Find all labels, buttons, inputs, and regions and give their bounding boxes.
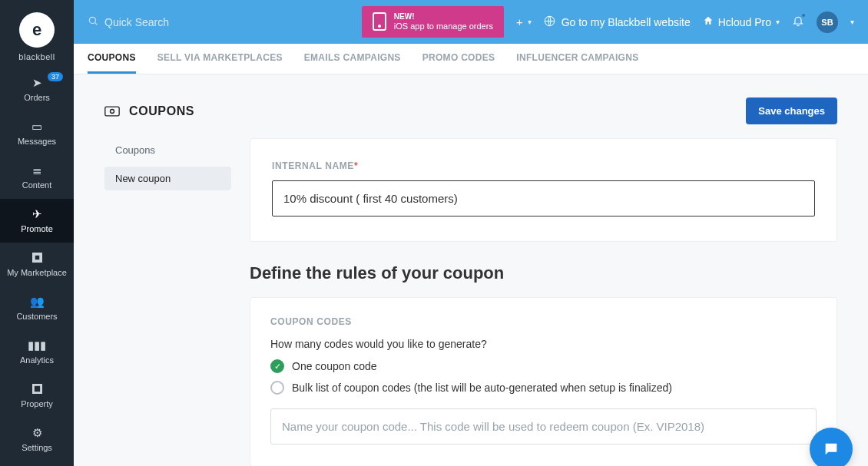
phone-icon bbox=[373, 12, 386, 31]
coupon-code-input[interactable] bbox=[270, 408, 817, 445]
coupon-icon bbox=[104, 106, 120, 117]
briefcase-icon: 🞑 bbox=[3, 252, 71, 263]
chevron-down-icon[interactable]: ▾ bbox=[850, 18, 854, 26]
required-asterisk: * bbox=[354, 160, 358, 171]
sidebar-item-label: My Marketplace bbox=[3, 268, 71, 277]
sidebar-item-property[interactable]: 🞐 Property bbox=[0, 374, 74, 418]
option-label: Bulk list of coupon codes (the list will… bbox=[292, 382, 672, 394]
subnav-new-coupon[interactable]: New coupon bbox=[104, 167, 231, 190]
tab-label: PROMO CODES bbox=[422, 52, 495, 63]
chart-icon: ▮▮▮ bbox=[3, 339, 71, 351]
new-ios-app-promo[interactable]: NEW! iOS app to manage orders bbox=[362, 6, 504, 37]
notifications-button[interactable] bbox=[792, 15, 804, 30]
internal-name-input[interactable] bbox=[272, 180, 815, 216]
sidebar-item-settings[interactable]: ⚙ Settings bbox=[0, 418, 74, 461]
sidebar-item-label: Messages bbox=[3, 137, 71, 146]
gear-icon: ⚙ bbox=[3, 427, 71, 438]
svg-line-1 bbox=[95, 23, 98, 25]
go-to-website-label: Go to my Blackbell website bbox=[562, 16, 691, 28]
brand: e blackbell bbox=[18, 0, 55, 68]
search-placeholder: Quick Search bbox=[104, 16, 169, 28]
sidebar-item-label: Analytics bbox=[3, 355, 71, 365]
tab-influencer-campaigns[interactable]: INFLUENCER CAMPAIGNS bbox=[516, 44, 638, 74]
plus-icon: + bbox=[516, 15, 523, 28]
svg-point-4 bbox=[111, 109, 114, 113]
tab-label: SELL VIA MARKETPLACES bbox=[157, 52, 283, 63]
sidebar-item-orders[interactable]: 37 ➤ Orders bbox=[0, 68, 74, 111]
chat-button[interactable] bbox=[810, 428, 853, 466]
add-menu[interactable]: + ▾ bbox=[516, 15, 532, 28]
chevron-down-icon: ▾ bbox=[776, 18, 780, 26]
page-head: COUPONS Save changes bbox=[104, 97, 837, 124]
svg-rect-3 bbox=[105, 107, 119, 116]
brand-logo[interactable]: e bbox=[19, 12, 55, 48]
rules-title: Define the rules of your coupon bbox=[250, 263, 837, 283]
promo-sub-label: iOS app to manage orders bbox=[394, 21, 493, 31]
sidebar-item-label: Content bbox=[3, 180, 71, 190]
codes-question: How many codes would you like to generat… bbox=[270, 338, 817, 350]
tab-sell-via-marketplaces[interactable]: SELL VIA MARKETPLACES bbox=[157, 44, 283, 74]
content: COUPONS Save changes Coupons New coupon … bbox=[74, 74, 868, 466]
promo-new-label: NEW! bbox=[394, 12, 493, 21]
main: Quick Search NEW! iOS app to manage orde… bbox=[74, 0, 868, 466]
account-label: Hcloud Pro bbox=[718, 16, 771, 28]
search-input[interactable]: Quick Search bbox=[88, 15, 169, 28]
option-one-coupon-code[interactable]: ✓ One coupon code bbox=[270, 359, 817, 373]
chat-icon bbox=[823, 441, 840, 458]
sidebar-item-label: Settings bbox=[3, 443, 71, 452]
sidebar-item-label: Customers bbox=[3, 312, 71, 321]
sidebar-item-label: Promote bbox=[3, 224, 71, 233]
avatar-initials: SB bbox=[821, 18, 833, 27]
option-label: One coupon code bbox=[292, 360, 377, 372]
book-icon: ≣ bbox=[3, 164, 71, 176]
internal-name-panel: INTERNAL NAME* bbox=[250, 138, 837, 242]
sidebar-item-promote[interactable]: ✈ Promote bbox=[0, 199, 74, 243]
field-label-text: INTERNAL NAME bbox=[272, 160, 354, 171]
subnav-label: Coupons bbox=[115, 144, 155, 156]
radio-unchecked-icon bbox=[270, 381, 284, 395]
tabs: COUPONS SELL VIA MARKETPLACES EMAILS CAM… bbox=[74, 44, 868, 74]
avatar[interactable]: SB bbox=[817, 12, 838, 33]
internal-name-label: INTERNAL NAME* bbox=[272, 160, 815, 171]
sidebar-item-messages[interactable]: ▭ Messages bbox=[0, 111, 74, 155]
tab-label: COUPONS bbox=[88, 52, 136, 63]
page-title: COUPONS bbox=[129, 104, 194, 118]
radio-checked-icon: ✓ bbox=[270, 359, 284, 373]
home-icon bbox=[703, 15, 714, 28]
notification-dot-icon bbox=[801, 13, 806, 18]
tab-label: EMAILS CAMPAIGNS bbox=[304, 52, 401, 63]
sidebar-item-label: Orders bbox=[3, 93, 71, 102]
coupon-codes-label: COUPON CODES bbox=[270, 316, 817, 327]
paper-plane-icon: ✈ bbox=[3, 208, 71, 220]
chevron-down-icon: ▾ bbox=[528, 18, 532, 26]
tab-emails-campaigns[interactable]: EMAILS CAMPAIGNS bbox=[304, 44, 401, 74]
tab-coupons[interactable]: COUPONS bbox=[88, 44, 136, 74]
laptop-icon: ▭ bbox=[3, 121, 71, 132]
option-bulk-coupon-codes[interactable]: Bulk list of coupon codes (the list will… bbox=[270, 381, 817, 395]
subnav: Coupons New coupon bbox=[104, 138, 231, 190]
users-icon: 👥 bbox=[3, 296, 71, 307]
sidebar-nav: 37 ➤ Orders ▭ Messages ≣ Content ✈ Promo… bbox=[0, 68, 74, 461]
subnav-label: New coupon bbox=[115, 173, 171, 184]
go-to-website-link[interactable]: Go to my Blackbell website bbox=[544, 15, 691, 29]
sidebar-item-my-marketplace[interactable]: 🞑 My Marketplace bbox=[0, 243, 74, 286]
tab-promo-codes[interactable]: PROMO CODES bbox=[422, 44, 495, 74]
account-menu[interactable]: Hcloud Pro ▾ bbox=[703, 15, 780, 28]
sidebar-item-customers[interactable]: 👥 Customers bbox=[0, 286, 74, 330]
globe-icon bbox=[544, 15, 555, 29]
sidebar-item-content[interactable]: ≣ Content bbox=[0, 155, 74, 199]
sidebar: e blackbell 37 ➤ Orders ▭ Messages ≣ Con… bbox=[0, 0, 74, 466]
save-changes-button[interactable]: Save changes bbox=[746, 97, 837, 124]
building-icon: 🞐 bbox=[3, 383, 71, 395]
topbar: Quick Search NEW! iOS app to manage orde… bbox=[74, 0, 868, 44]
tab-label: INFLUENCER CAMPAIGNS bbox=[516, 52, 638, 63]
subnav-coupons[interactable]: Coupons bbox=[104, 138, 231, 162]
orders-badge: 37 bbox=[48, 72, 63, 81]
brand-name: blackbell bbox=[18, 52, 55, 61]
brand-logo-text: e bbox=[32, 20, 41, 40]
coupon-codes-panel: COUPON CODES How many codes would you li… bbox=[250, 297, 837, 466]
search-icon bbox=[88, 15, 98, 28]
sidebar-item-label: Property bbox=[3, 399, 71, 408]
svg-point-0 bbox=[89, 17, 95, 23]
sidebar-item-analytics[interactable]: ▮▮▮ Analytics bbox=[0, 330, 74, 374]
